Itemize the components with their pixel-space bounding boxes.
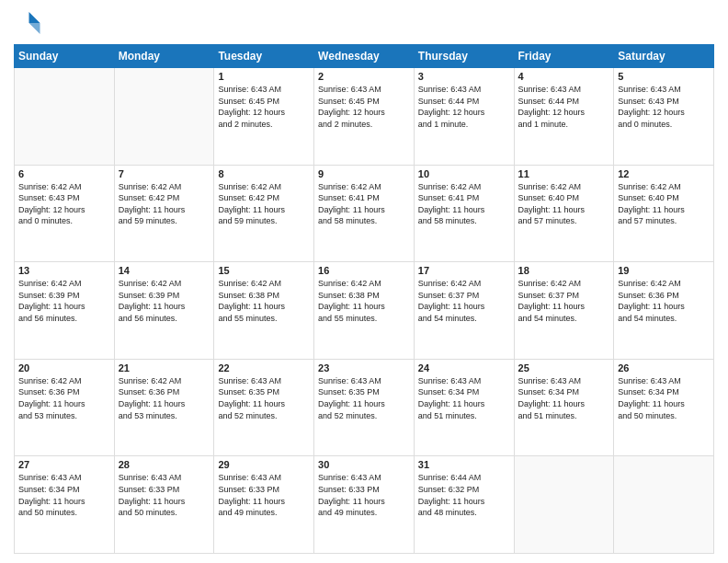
day-number: 3 xyxy=(418,71,510,82)
calendar-cell: 18Sunrise: 6:42 AM Sunset: 6:37 PM Dayli… xyxy=(514,262,614,360)
day-number: 12 xyxy=(618,168,710,179)
day-info: Sunrise: 6:42 AM Sunset: 6:42 PM Dayligh… xyxy=(218,181,310,227)
calendar-cell: 30Sunrise: 6:43 AM Sunset: 6:33 PM Dayli… xyxy=(314,456,415,554)
calendar-cell: 27Sunrise: 6:43 AM Sunset: 6:34 PM Dayli… xyxy=(15,456,115,554)
calendar-cell: 9Sunrise: 6:42 AM Sunset: 6:41 PM Daylig… xyxy=(314,165,415,262)
svg-marker-0 xyxy=(29,12,40,23)
calendar-cell: 13Sunrise: 6:42 AM Sunset: 6:39 PM Dayli… xyxy=(15,262,115,360)
calendar-cell: 29Sunrise: 6:43 AM Sunset: 6:33 PM Dayli… xyxy=(214,456,314,554)
day-number: 28 xyxy=(119,459,210,470)
day-number: 13 xyxy=(18,265,110,276)
day-info: Sunrise: 6:43 AM Sunset: 6:35 PM Dayligh… xyxy=(318,375,410,421)
calendar-cell: 16Sunrise: 6:42 AM Sunset: 6:38 PM Dayli… xyxy=(314,262,415,360)
day-number: 2 xyxy=(318,71,410,82)
calendar-cell: 4Sunrise: 6:43 AM Sunset: 6:44 PM Daylig… xyxy=(514,68,614,166)
calendar-table: SundayMondayTuesdayWednesdayThursdayFrid… xyxy=(14,44,714,554)
calendar-cell xyxy=(15,68,115,166)
calendar-cell: 31Sunrise: 6:44 AM Sunset: 6:32 PM Dayli… xyxy=(414,456,514,554)
weekday-header-friday: Friday xyxy=(514,45,614,68)
day-info: Sunrise: 6:43 AM Sunset: 6:43 PM Dayligh… xyxy=(618,84,710,130)
weekday-header-monday: Monday xyxy=(114,45,214,68)
day-info: Sunrise: 6:43 AM Sunset: 6:44 PM Dayligh… xyxy=(418,84,510,130)
calendar-week-2: 6Sunrise: 6:42 AM Sunset: 6:43 PM Daylig… xyxy=(15,165,714,262)
calendar-cell xyxy=(114,68,214,166)
calendar-cell: 3Sunrise: 6:43 AM Sunset: 6:44 PM Daylig… xyxy=(414,68,514,166)
day-info: Sunrise: 6:42 AM Sunset: 6:36 PM Dayligh… xyxy=(119,375,210,421)
calendar-week-1: 1Sunrise: 6:43 AM Sunset: 6:45 PM Daylig… xyxy=(15,68,714,166)
day-info: Sunrise: 6:42 AM Sunset: 6:41 PM Dayligh… xyxy=(418,181,510,227)
calendar-cell: 2Sunrise: 6:43 AM Sunset: 6:45 PM Daylig… xyxy=(314,68,415,166)
calendar-cell: 11Sunrise: 6:42 AM Sunset: 6:40 PM Dayli… xyxy=(514,165,614,262)
day-number: 30 xyxy=(318,459,410,470)
calendar-header-row: SundayMondayTuesdayWednesdayThursdayFrid… xyxy=(15,45,714,68)
day-info: Sunrise: 6:43 AM Sunset: 6:34 PM Dayligh… xyxy=(418,375,510,421)
day-number: 20 xyxy=(18,362,110,373)
calendar-cell: 23Sunrise: 6:43 AM Sunset: 6:35 PM Dayli… xyxy=(314,359,415,456)
calendar-cell: 20Sunrise: 6:42 AM Sunset: 6:36 PM Dayli… xyxy=(15,359,115,456)
day-number: 16 xyxy=(318,265,410,276)
day-info: Sunrise: 6:43 AM Sunset: 6:34 PM Dayligh… xyxy=(518,375,610,421)
weekday-header-thursday: Thursday xyxy=(414,45,514,68)
day-info: Sunrise: 6:42 AM Sunset: 6:38 PM Dayligh… xyxy=(318,278,410,324)
calendar-cell: 28Sunrise: 6:43 AM Sunset: 6:33 PM Dayli… xyxy=(114,456,214,554)
header xyxy=(14,9,714,37)
weekday-header-sunday: Sunday xyxy=(15,45,115,68)
day-number: 8 xyxy=(218,168,310,179)
day-number: 1 xyxy=(218,71,310,82)
day-number: 26 xyxy=(618,362,710,373)
calendar-cell: 8Sunrise: 6:42 AM Sunset: 6:42 PM Daylig… xyxy=(214,165,314,262)
day-info: Sunrise: 6:42 AM Sunset: 6:40 PM Dayligh… xyxy=(618,181,710,227)
day-info: Sunrise: 6:43 AM Sunset: 6:34 PM Dayligh… xyxy=(618,375,710,421)
day-info: Sunrise: 6:44 AM Sunset: 6:32 PM Dayligh… xyxy=(418,472,510,518)
calendar-week-5: 27Sunrise: 6:43 AM Sunset: 6:34 PM Dayli… xyxy=(15,456,714,554)
day-info: Sunrise: 6:42 AM Sunset: 6:36 PM Dayligh… xyxy=(18,375,110,421)
calendar-cell: 10Sunrise: 6:42 AM Sunset: 6:41 PM Dayli… xyxy=(414,165,514,262)
calendar-cell: 1Sunrise: 6:43 AM Sunset: 6:45 PM Daylig… xyxy=(214,68,314,166)
day-info: Sunrise: 6:42 AM Sunset: 6:40 PM Dayligh… xyxy=(518,181,610,227)
calendar-week-4: 20Sunrise: 6:42 AM Sunset: 6:36 PM Dayli… xyxy=(15,359,714,456)
calendar-cell: 19Sunrise: 6:42 AM Sunset: 6:36 PM Dayli… xyxy=(614,262,714,360)
day-info: Sunrise: 6:42 AM Sunset: 6:39 PM Dayligh… xyxy=(18,278,110,324)
page: SundayMondayTuesdayWednesdayThursdayFrid… xyxy=(0,0,728,563)
calendar-cell: 17Sunrise: 6:42 AM Sunset: 6:37 PM Dayli… xyxy=(414,262,514,360)
calendar-body: 1Sunrise: 6:43 AM Sunset: 6:45 PM Daylig… xyxy=(15,68,714,554)
calendar-cell xyxy=(614,456,714,554)
weekday-header-wednesday: Wednesday xyxy=(314,45,415,68)
day-info: Sunrise: 6:42 AM Sunset: 6:37 PM Dayligh… xyxy=(418,278,510,324)
day-number: 22 xyxy=(218,362,310,373)
day-number: 21 xyxy=(119,362,210,373)
calendar-cell: 14Sunrise: 6:42 AM Sunset: 6:39 PM Dayli… xyxy=(114,262,214,360)
day-info: Sunrise: 6:43 AM Sunset: 6:33 PM Dayligh… xyxy=(318,472,410,518)
day-number: 4 xyxy=(518,71,610,82)
day-number: 11 xyxy=(518,168,610,179)
calendar-week-3: 13Sunrise: 6:42 AM Sunset: 6:39 PM Dayli… xyxy=(15,262,714,360)
calendar-cell: 24Sunrise: 6:43 AM Sunset: 6:34 PM Dayli… xyxy=(414,359,514,456)
logo xyxy=(14,9,45,37)
day-number: 17 xyxy=(418,265,510,276)
day-number: 10 xyxy=(418,168,510,179)
calendar-cell: 26Sunrise: 6:43 AM Sunset: 6:34 PM Dayli… xyxy=(614,359,714,456)
day-info: Sunrise: 6:43 AM Sunset: 6:45 PM Dayligh… xyxy=(318,84,410,130)
day-info: Sunrise: 6:43 AM Sunset: 6:35 PM Dayligh… xyxy=(218,375,310,421)
day-info: Sunrise: 6:42 AM Sunset: 6:42 PM Dayligh… xyxy=(119,181,210,227)
day-number: 6 xyxy=(18,168,110,179)
day-number: 31 xyxy=(418,459,510,470)
day-number: 19 xyxy=(618,265,710,276)
day-number: 29 xyxy=(218,459,310,470)
calendar-cell: 21Sunrise: 6:42 AM Sunset: 6:36 PM Dayli… xyxy=(114,359,214,456)
day-info: Sunrise: 6:43 AM Sunset: 6:33 PM Dayligh… xyxy=(218,472,310,518)
day-info: Sunrise: 6:42 AM Sunset: 6:38 PM Dayligh… xyxy=(218,278,310,324)
day-info: Sunrise: 6:42 AM Sunset: 6:43 PM Dayligh… xyxy=(18,181,110,227)
day-info: Sunrise: 6:43 AM Sunset: 6:33 PM Dayligh… xyxy=(119,472,210,518)
day-info: Sunrise: 6:42 AM Sunset: 6:41 PM Dayligh… xyxy=(318,181,410,227)
calendar-cell: 5Sunrise: 6:43 AM Sunset: 6:43 PM Daylig… xyxy=(614,68,714,166)
day-info: Sunrise: 6:43 AM Sunset: 6:45 PM Dayligh… xyxy=(218,84,310,130)
weekday-header-tuesday: Tuesday xyxy=(214,45,314,68)
day-number: 27 xyxy=(18,459,110,470)
day-number: 25 xyxy=(518,362,610,373)
day-number: 5 xyxy=(618,71,710,82)
day-info: Sunrise: 6:42 AM Sunset: 6:36 PM Dayligh… xyxy=(618,278,710,324)
calendar-cell: 6Sunrise: 6:42 AM Sunset: 6:43 PM Daylig… xyxy=(15,165,115,262)
day-number: 24 xyxy=(418,362,510,373)
day-number: 14 xyxy=(119,265,210,276)
